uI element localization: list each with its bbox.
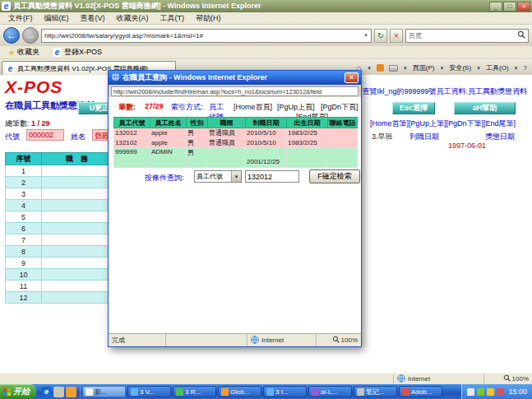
command-page[interactable]: 頁面(P): [413, 63, 435, 72]
cell-birth: 1983/2/25: [287, 128, 328, 138]
taskbar-item[interactable]: 笔记...: [354, 386, 397, 397]
hire-date-value: 1997-06-01: [448, 142, 486, 150]
taskbar-item-label: al-L...: [321, 388, 337, 396]
taskbar-item[interactable]: Adob...: [399, 386, 442, 397]
menu-favorites[interactable]: 收藏夹(A): [112, 12, 154, 25]
table-row[interactable]: 5: [6, 211, 113, 223]
zoom-control[interactable]: 100%: [484, 374, 532, 383]
taskbar-item[interactable]: 3 V...: [127, 386, 171, 397]
menu-file[interactable]: 文件(F): [3, 12, 38, 25]
tray-update-icon[interactable]: [487, 388, 494, 396]
popup-zoom-control[interactable]: 100%: [317, 336, 361, 345]
address-dropdown-icon[interactable]: ▼: [361, 33, 368, 38]
menu-bar: 文件(F) 编辑(E) 查看(V) 收藏夹(A) 工具(T) 帮助(H): [0, 12, 532, 25]
address-url[interactable]: http://win2008/tw/salary/ygydl.asp?msmar…: [44, 32, 361, 39]
table-row[interactable]: 11: [6, 281, 113, 292]
print-icon[interactable]: [389, 65, 398, 72]
help-icon[interactable]: ?: [524, 64, 527, 72]
print-dropdown-icon[interactable]: ▼: [403, 66, 408, 71]
duty-cell: [42, 223, 113, 234]
table-row[interactable]: 8: [6, 246, 113, 257]
favorites-item-label: 登錄X-POS: [64, 47, 102, 58]
popup-titlebar[interactable]: 在職員工查詢 - Windows Internet Explorer ×: [109, 71, 361, 85]
tray-volume-icon[interactable]: [467, 388, 474, 396]
col-hire-date: 到職日期: [246, 118, 287, 128]
taskbar-item[interactable]: Glob...: [218, 386, 261, 397]
employee-row[interactable]: 999999 ADMIN 男 2001/12/25: [114, 148, 358, 168]
table-row[interactable]: 1: [6, 165, 113, 177]
page-dropdown-icon[interactable]: ▼: [439, 66, 444, 71]
menu-view[interactable]: 查看(V): [76, 12, 110, 25]
command-safety[interactable]: 安全(S): [449, 63, 471, 72]
clock[interactable]: 15:00: [508, 387, 527, 396]
back-button[interactable]: ←: [3, 27, 20, 44]
stop-button[interactable]: ×: [390, 29, 403, 43]
col-duty: 職 務: [42, 153, 113, 165]
tools-dropdown-icon[interactable]: ▼: [514, 66, 519, 71]
esc-select-button[interactable]: Esc選擇: [392, 102, 435, 114]
command-tools[interactable]: 工具(O): [486, 63, 509, 72]
cell-birth: [287, 148, 328, 168]
taskbar-item[interactable]: 新...: [82, 386, 126, 397]
tray-network-icon[interactable]: [477, 388, 484, 396]
table-row[interactable]: 4: [6, 200, 113, 211]
employee-row[interactable]: 132102 apple 男 普通職員 2010/5/10 1983/2/25: [114, 138, 358, 148]
employee-table: 員工代號 員工姓名 性別 職稱 到職日期 出生日期 聯絡電話 132012 ap…: [113, 117, 358, 168]
table-row[interactable]: 2: [6, 177, 113, 188]
address-bar[interactable]: http://win2008/tw/salary/ygydl.asp?msmar…: [41, 29, 372, 43]
query-field-select[interactable]: 員工代號 ▼: [194, 170, 242, 183]
taskbar-item-label: Adob...: [411, 388, 432, 396]
search-icon[interactable]: [517, 30, 525, 40]
table-row[interactable]: 10: [6, 269, 113, 281]
maximize-button[interactable]: □: [503, 2, 516, 12]
table-row[interactable]: 6: [6, 223, 113, 234]
record-nav-keys[interactable]: [Home首筆][PgUp上筆][PgDn下筆][End尾筆]: [370, 118, 516, 129]
table-row[interactable]: 12: [6, 292, 113, 304]
menu-help[interactable]: 帮助(H): [191, 12, 226, 25]
safety-dropdown-icon[interactable]: ▼: [476, 66, 481, 71]
chevron-down-icon[interactable]: ▼: [231, 171, 241, 182]
taskbar-item-label: 3 I...: [275, 388, 289, 396]
show-desktop-icon[interactable]: [53, 387, 64, 397]
popup-address-url[interactable]: http://win2008/include/findHireman.asp?l…: [111, 86, 359, 96]
ie-quicklaunch-icon[interactable]: e: [41, 387, 52, 397]
table-row[interactable]: 3: [6, 188, 113, 200]
refresh-button[interactable]: ↻: [374, 29, 387, 43]
tray-shield-icon[interactable]: [497, 388, 504, 396]
taskbar-item[interactable]: 3 R...: [173, 386, 216, 397]
favorites-item-login-xpos[interactable]: e 登錄X-POS: [48, 46, 107, 58]
cell-code: 132102: [114, 138, 150, 148]
minimize-button[interactable]: _: [489, 2, 502, 12]
employee-name-label: 姓名: [71, 132, 86, 142]
search-box[interactable]: [405, 29, 529, 43]
employee-row[interactable]: 132012 apple 男 普通職員 2010/5/10 1983/2/25: [114, 128, 358, 138]
close-button[interactable]: ×: [517, 2, 530, 12]
taskbar-item[interactable]: 3 I...: [263, 386, 307, 397]
col-gender: 性別: [187, 118, 208, 128]
help-button[interactable]: aH幫助: [454, 102, 516, 114]
rss-feed-icon[interactable]: [377, 64, 384, 72]
duty-cell: [42, 165, 113, 177]
window-titlebar[interactable]: e 員工異動獎懲資料 V1.02[X-POS 雲端商務網] - Windows …: [0, 0, 532, 12]
home-page-button[interactable]: [Home首頁]: [234, 102, 272, 113]
cell-gender: 男: [187, 138, 208, 148]
popup-content: 筆數: 27/29 索引方式: 員工 代號 [Home首頁] [PgUp上頁] …: [109, 97, 361, 333]
favorites-button[interactable]: ★ 收藏夹: [3, 46, 44, 58]
confirm-search-button[interactable]: F確定檢索: [309, 169, 360, 183]
adobe-icon: [402, 388, 409, 396]
taskbar-item[interactable]: al-L...: [308, 386, 352, 397]
search-input[interactable]: [409, 32, 516, 39]
popup-close-button[interactable]: ×: [345, 72, 359, 83]
menu-edit[interactable]: 编辑(E): [39, 12, 74, 25]
media-player-icon[interactable]: [66, 387, 76, 397]
forward-button[interactable]: →: [22, 27, 39, 44]
start-button[interactable]: 开始: [0, 384, 36, 399]
menu-tools[interactable]: 工具(T): [155, 12, 190, 25]
window-title: 員工異動獎懲資料 V1.02[X-POS 雲端商務網] - Windows In…: [13, 1, 487, 12]
query-value-input[interactable]: [245, 170, 299, 183]
table-row[interactable]: 7: [6, 234, 113, 246]
home-dropdown-icon[interactable]: ▼: [367, 66, 372, 71]
table-row[interactable]: 9: [6, 257, 113, 269]
security-zone: Internet: [394, 373, 484, 384]
cell-gender: 男: [187, 148, 208, 168]
